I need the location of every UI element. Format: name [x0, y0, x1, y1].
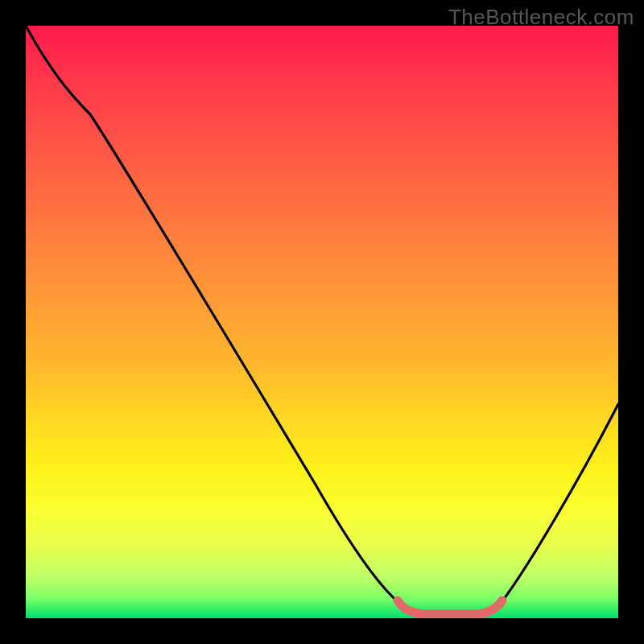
- plot-area: [26, 26, 618, 618]
- bottleneck-curve: [26, 26, 618, 615]
- curve-layer: [26, 26, 618, 618]
- optimal-range-marker: [398, 601, 502, 614]
- chart-frame: TheBottleneck.com: [0, 0, 644, 644]
